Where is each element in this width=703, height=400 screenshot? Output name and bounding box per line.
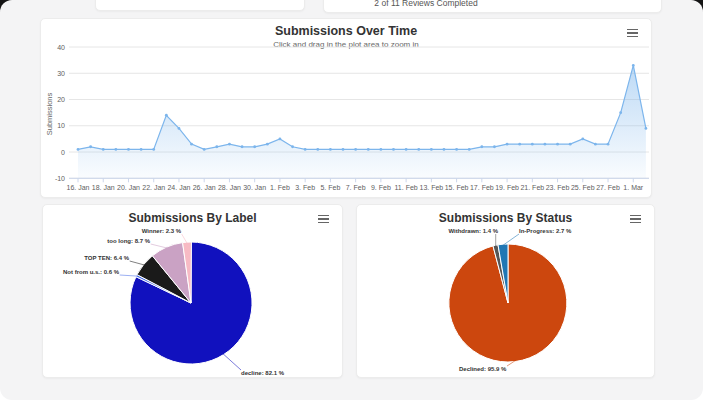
svg-text:3. Feb: 3. Feb <box>295 184 315 191</box>
svg-text:20: 20 <box>57 96 65 103</box>
svg-text:too long: 8.7 %: too long: 8.7 % <box>107 238 150 244</box>
svg-text:Winner: 2.3 %: Winner: 2.3 % <box>142 228 182 234</box>
svg-text:-10: -10 <box>55 175 65 182</box>
svg-text:27. Feb: 27. Feb <box>596 184 620 191</box>
svg-text:20. Jan: 20. Jan <box>117 184 140 191</box>
svg-text:23. Feb: 23. Feb <box>546 184 570 191</box>
dashboard-page: 2 of 11 Reviews Completed Submissions Ov… <box>0 0 703 400</box>
submissions-over-time-card: Submissions Over Time Click and drag in … <box>40 18 652 198</box>
svg-text:Not from u.s.: 0.6 %: Not from u.s.: 0.6 % <box>63 269 120 275</box>
svg-text:10: 10 <box>57 122 65 129</box>
svg-text:15. Feb: 15. Feb <box>445 184 469 191</box>
partial-card-left <box>95 0 305 11</box>
svg-text:22. Jan: 22. Jan <box>142 184 165 191</box>
svg-text:30. Jan: 30. Jan <box>243 184 266 191</box>
svg-text:9. Feb: 9. Feb <box>371 184 391 191</box>
svg-text:18. Jan: 18. Jan <box>92 184 115 191</box>
submissions-by-status-card: Submissions By Status Declined: 95.9 %Wi… <box>356 204 655 378</box>
submissions-by-label-pie[interactable]: decline: 82.1 %Not from u.s.: 0.6 %TOP T… <box>43 205 344 379</box>
svg-text:11. Feb: 11. Feb <box>395 184 418 191</box>
svg-text:7. Feb: 7. Feb <box>346 184 366 191</box>
submissions-over-time-plot[interactable]: -10010203040Submissions16. Jan18. Jan20.… <box>41 19 653 199</box>
svg-text:21. Feb: 21. Feb <box>520 184 544 191</box>
svg-text:40: 40 <box>57 44 65 51</box>
svg-text:1. Mar: 1. Mar <box>623 184 644 191</box>
svg-text:Submissions: Submissions <box>45 92 54 135</box>
svg-text:30: 30 <box>57 70 65 77</box>
svg-text:5. Feb: 5. Feb <box>320 184 340 191</box>
reviews-summary-card: 2 of 11 Reviews Completed <box>323 0 662 13</box>
submissions-by-status-pie[interactable]: Declined: 95.9 %Withdrawn: 1.4 %In-Progr… <box>357 205 656 379</box>
svg-text:19. Feb: 19. Feb <box>495 184 519 191</box>
svg-text:TOP TEN: 6.4 %: TOP TEN: 6.4 % <box>84 255 129 261</box>
svg-text:Withdrawn: 1.4 %: Withdrawn: 1.4 % <box>448 228 498 234</box>
svg-text:1. Feb: 1. Feb <box>270 184 290 191</box>
submissions-by-label-card: Submissions By Label decline: 82.1 %Not … <box>42 204 343 378</box>
svg-text:28. Jan: 28. Jan <box>218 184 241 191</box>
svg-text:13. Feb: 13. Feb <box>419 184 443 191</box>
svg-text:24. Jan: 24. Jan <box>167 184 190 191</box>
reviews-completed-text: 2 of 11 Reviews Completed <box>324 0 528 8</box>
svg-text:16. Jan: 16. Jan <box>67 184 90 191</box>
svg-text:26. Jan: 26. Jan <box>193 184 216 191</box>
svg-text:25. Feb: 25. Feb <box>571 184 595 191</box>
svg-text:17. Feb: 17. Feb <box>470 184 494 191</box>
svg-text:In-Progress: 2.7 %: In-Progress: 2.7 % <box>519 228 572 234</box>
svg-text:0: 0 <box>61 149 65 156</box>
svg-text:Declined: 95.9 %: Declined: 95.9 % <box>459 366 507 372</box>
svg-text:decline: 82.1 %: decline: 82.1 % <box>241 370 285 376</box>
dashboard-canvas: 2 of 11 Reviews Completed Submissions Ov… <box>0 0 703 400</box>
